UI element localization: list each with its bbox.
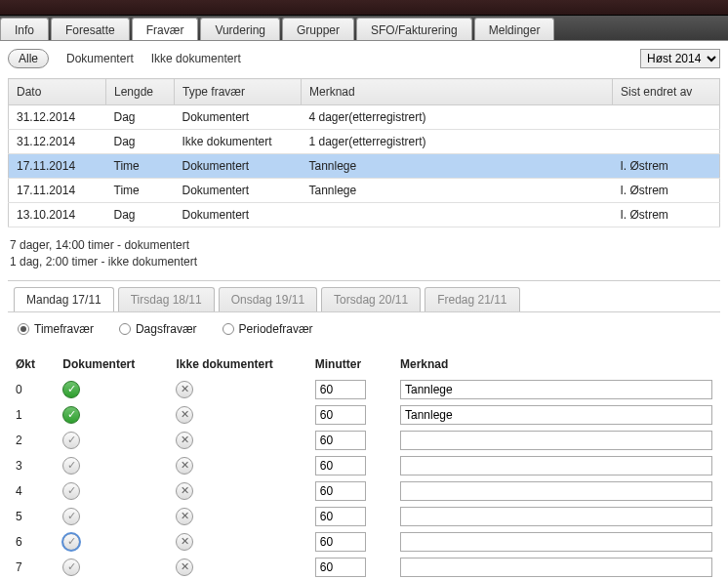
cell-note: 1 dager(etterregistrert) (302, 130, 613, 154)
documented-toggle[interactable]: ✓ (62, 482, 80, 500)
table-row[interactable]: 17.11.2014TimeDokumentertTannlegeI. Østr… (9, 154, 720, 179)
session-number: 3 (8, 453, 55, 478)
cell-editedBy (613, 105, 720, 130)
cell-note: Tannlege (302, 179, 613, 203)
cell-editedBy: I. Østrem (613, 179, 720, 203)
documented-toggle[interactable]: ✓ (62, 432, 80, 449)
table-row[interactable]: 31.12.2014DagDokumentert4 dager(etterreg… (9, 105, 720, 130)
col-length[interactable]: Lengde (106, 79, 175, 105)
minutes-input[interactable] (315, 558, 366, 577)
minutes-input[interactable] (315, 507, 366, 526)
radio-dot-icon (222, 323, 234, 335)
radio-dot-icon (18, 323, 29, 335)
undocumented-toggle[interactable]: ✕ (176, 457, 193, 475)
note-input[interactable] (400, 456, 712, 476)
col-editedby[interactable]: Sist endret av (613, 79, 720, 105)
documented-toggle[interactable]: ✓ (62, 558, 80, 576)
session-table: Økt Dokumentert Ikke dokumentert Minutte… (8, 352, 720, 579)
col-type[interactable]: Type fravær (175, 79, 302, 105)
cell-type: Dokumentert (175, 203, 302, 227)
day-tab[interactable]: Onsdag 19/11 (219, 287, 317, 311)
session-number: 7 (8, 555, 55, 579)
documented-toggle[interactable]: ✓ (62, 381, 80, 398)
cell-editedBy (613, 130, 720, 154)
day-tab[interactable]: Mandag 17/11 (14, 287, 114, 311)
cell-editedBy: I. Østrem (613, 154, 720, 179)
undocumented-toggle[interactable]: ✕ (176, 508, 193, 525)
session-row: 0✓✕ (8, 377, 720, 402)
radio-hourly[interactable]: Timefravær (18, 322, 94, 336)
cell-note (302, 203, 613, 227)
cell-type: Ikke dokumentert (175, 130, 302, 154)
summary-line1: 7 dager, 14:00 timer - dokumentert (10, 237, 718, 254)
session-row: 3✓✕ (8, 453, 720, 478)
radio-daily[interactable]: Dagsfravær (119, 322, 197, 336)
undocumented-toggle[interactable]: ✕ (176, 533, 193, 551)
cell-date: 17.11.2014 (9, 179, 106, 203)
session-number: 0 (8, 377, 55, 402)
note-input[interactable] (400, 507, 712, 526)
note-input[interactable] (400, 481, 712, 501)
undocumented-toggle[interactable]: ✕ (176, 558, 193, 576)
filter-all-button[interactable]: Alle (8, 49, 49, 68)
note-input[interactable] (400, 431, 712, 450)
note-input[interactable] (400, 558, 712, 577)
day-tab[interactable]: Tirsdag 18/11 (118, 287, 215, 311)
minutes-input[interactable] (315, 456, 366, 476)
session-number: 6 (8, 529, 55, 555)
undocumented-toggle[interactable]: ✕ (176, 432, 193, 449)
cell-date: 31.12.2014 (9, 105, 106, 130)
documented-toggle[interactable]: ✓ (62, 457, 80, 475)
documented-toggle[interactable]: ✓ (62, 406, 80, 424)
table-row[interactable]: 13.10.2014DagDokumentertI. Østrem (9, 203, 720, 227)
day-tab[interactable]: Fredag 21/11 (425, 287, 519, 311)
cell-length: Time (106, 154, 175, 179)
main-tab-grupper[interactable]: Grupper (282, 18, 354, 40)
main-tab-info[interactable]: Info (0, 18, 49, 40)
session-row: 4✓✕ (8, 478, 720, 504)
minutes-input[interactable] (315, 431, 366, 450)
col-date[interactable]: Dato (9, 79, 106, 105)
absence-type-radios: Timefravær Dagsfravær Periodefravær (8, 311, 720, 346)
minutes-input[interactable] (315, 481, 366, 501)
table-row[interactable]: 31.12.2014DagIkke dokumentert1 dager(ett… (9, 130, 720, 154)
note-input[interactable] (400, 532, 712, 552)
filter-undocumented-link[interactable]: Ikke dokumentert (151, 52, 241, 65)
session-number: 1 (8, 402, 55, 428)
undocumented-toggle[interactable]: ✕ (176, 482, 193, 500)
sess-col-min: Minutter (307, 352, 392, 377)
cell-date: 31.12.2014 (9, 130, 106, 154)
main-tab-meldinger[interactable]: Meldinger (474, 18, 555, 40)
main-tab-sfo/fakturering[interactable]: SFO/Fakturering (356, 18, 472, 40)
minutes-input[interactable] (315, 532, 366, 552)
main-tab-bar: InfoForesatteFraværVurderingGrupperSFO/F… (0, 16, 728, 41)
main-tab-fravær[interactable]: Fravær (132, 18, 199, 40)
cell-type: Dokumentert (175, 179, 302, 203)
main-tab-foresatte[interactable]: Foresatte (51, 18, 130, 40)
minutes-input[interactable] (315, 380, 366, 399)
minutes-input[interactable] (315, 405, 366, 425)
cell-date: 17.11.2014 (9, 154, 106, 179)
session-row: 1✓✕ (8, 402, 720, 428)
undocumented-toggle[interactable]: ✕ (176, 381, 193, 398)
cell-length: Dag (106, 105, 175, 130)
summary-text: 7 dager, 14:00 timer - dokumentert 1 dag… (10, 237, 718, 270)
col-note[interactable]: Merknad (302, 79, 613, 105)
undocumented-toggle[interactable]: ✕ (176, 406, 193, 424)
note-input[interactable] (400, 380, 712, 399)
cell-note: Tannlege (302, 154, 613, 179)
filter-documented-link[interactable]: Dokumentert (66, 52, 134, 65)
radio-daily-label: Dagsfravær (136, 322, 197, 336)
documented-toggle[interactable]: ✓ (62, 533, 80, 551)
main-tab-vurdering[interactable]: Vurdering (200, 18, 280, 40)
note-input[interactable] (400, 405, 712, 425)
documented-toggle[interactable]: ✓ (62, 508, 80, 525)
cell-length: Dag (106, 130, 175, 154)
radio-period[interactable]: Periodefravær (222, 322, 313, 336)
table-row[interactable]: 17.11.2014TimeDokumentertTannlegeI. Østr… (9, 179, 720, 203)
term-select[interactable]: Høst 2014 (640, 49, 720, 68)
day-tab[interactable]: Torsdag 20/11 (321, 287, 421, 311)
session-row: 7✓✕ (8, 555, 720, 579)
filter-row: Alle Dokumentert Ikke dokumentert Høst 2… (8, 49, 720, 68)
session-number: 5 (8, 504, 55, 529)
